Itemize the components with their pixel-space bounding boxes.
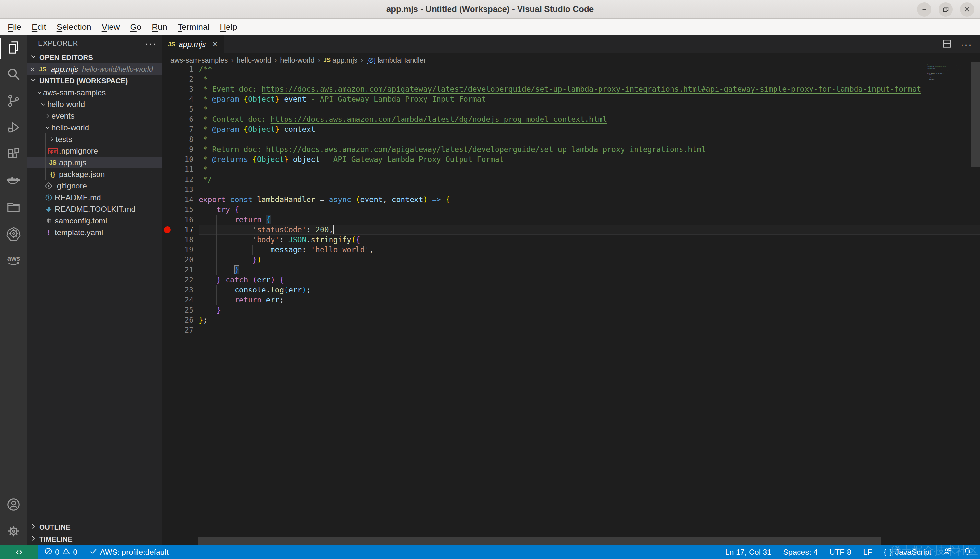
- line-number[interactable]: 14: [162, 195, 194, 205]
- line-number[interactable]: 15: [162, 205, 194, 215]
- line-number[interactable]: 11: [162, 165, 194, 175]
- line-number[interactable]: 24: [162, 295, 194, 305]
- close-editor-icon[interactable]: ×: [27, 64, 38, 74]
- breadcrumb-item-aws-sam-samples[interactable]: aws-sam-samples: [171, 56, 228, 64]
- activity-containers[interactable]: [0, 194, 27, 221]
- status-language[interactable]: { }JavaScript: [878, 545, 937, 559]
- breadcrumb-item-lambdahandler[interactable]: [∅]lambdaHandler: [366, 56, 426, 64]
- code-token: [199, 205, 217, 214]
- breadcrumb-item-hello-world[interactable]: hello-world: [237, 56, 271, 64]
- line-number[interactable]: 22: [162, 275, 194, 285]
- line-number[interactable]: 25: [162, 305, 194, 315]
- tree-file--npmignore[interactable]: npm.npmignore: [27, 145, 162, 157]
- outline-header[interactable]: OUTLINE: [27, 521, 162, 533]
- horizontal-scrollbar[interactable]: [198, 537, 881, 545]
- menu-go[interactable]: Go: [125, 21, 147, 33]
- line-number[interactable]: 16: [162, 215, 194, 225]
- split-editor-button[interactable]: [942, 38, 952, 50]
- menu-edit[interactable]: Edit: [27, 21, 51, 33]
- line-number[interactable]: 18: [162, 235, 194, 245]
- breadcrumb-item-hello-world[interactable]: hello-world: [280, 56, 314, 64]
- status-notifications[interactable]: [957, 545, 977, 559]
- tab-app-mjs[interactable]: JS app.mjs ×: [162, 35, 224, 53]
- code-token: const: [230, 195, 252, 204]
- tree-folder-events[interactable]: events: [27, 110, 162, 122]
- status-eol[interactable]: LF: [857, 545, 878, 559]
- minimize-button[interactable]: [917, 2, 931, 17]
- breadcrumb-label: app.mjs: [333, 56, 357, 64]
- line-number[interactable]: 7: [162, 124, 194, 134]
- activity-explorer[interactable]: [0, 35, 27, 61]
- minimap[interactable]: /** * * Event doc: https://docs.aws.amaz…: [927, 64, 971, 356]
- activity-kubernetes[interactable]: [0, 221, 27, 247]
- vertical-scrollbar[interactable]: [971, 62, 980, 167]
- menu-terminal[interactable]: Terminal: [172, 21, 214, 33]
- status-feedback[interactable]: [937, 545, 957, 559]
- line-number[interactable]: 27: [162, 325, 194, 335]
- line-number[interactable]: 3: [162, 84, 194, 94]
- line-number[interactable]: 19: [162, 245, 194, 255]
- tree-file-package-json[interactable]: {}package.json: [27, 169, 162, 180]
- status-bar: 00AWS: profile:default Ln 17, Col 31Spac…: [0, 545, 980, 559]
- tree-folder-tests[interactable]: tests: [27, 134, 162, 145]
- line-number[interactable]: 23: [162, 285, 194, 295]
- status-aws-profile[interactable]: AWS: profile:default: [83, 545, 174, 559]
- status-indentation[interactable]: Spaces: 4: [777, 545, 824, 559]
- open-editor-item[interactable]: ×JSapp.mjshello-world/hello-world: [27, 63, 162, 75]
- activity-docker[interactable]: [0, 168, 27, 194]
- line-number[interactable]: 20: [162, 255, 194, 265]
- title-bar[interactable]: app.mjs - Untitled (Workspace) - Visual …: [0, 0, 980, 19]
- tree-folder-hello-world[interactable]: hello-world: [27, 98, 162, 110]
- breadcrumb-item-app.mjs[interactable]: JSapp.mjs: [323, 56, 357, 64]
- activity-extensions[interactable]: [0, 141, 27, 168]
- code-text: * @param {Object} event - API Gateway La…: [199, 94, 486, 104]
- tree-folder-aws-sam-samples[interactable]: aws-sam-samples: [27, 87, 162, 98]
- line-number[interactable]: 8: [162, 134, 194, 144]
- menu-help[interactable]: Help: [214, 21, 242, 33]
- line-number[interactable]: 6: [162, 114, 194, 124]
- menu-selection[interactable]: Selection: [51, 21, 96, 33]
- line-number[interactable]: 5: [162, 104, 194, 114]
- tree-item-label: README.TOOLKIT.md: [55, 205, 136, 214]
- tree-file-template-yaml[interactable]: !template.yaml: [27, 227, 162, 238]
- tab-close-button[interactable]: ×: [212, 39, 217, 50]
- line-number[interactable]: 21: [162, 265, 194, 275]
- code-editor[interactable]: 1/**2 *3 * Event doc: https://docs.aws.a…: [162, 64, 980, 545]
- menu-view[interactable]: View: [96, 21, 125, 33]
- remote-indicator[interactable]: [0, 545, 38, 559]
- line-number[interactable]: 13: [162, 185, 194, 195]
- line-number[interactable]: 10: [162, 154, 194, 165]
- tree-folder-hello-world[interactable]: hello-world: [27, 122, 162, 134]
- restore-button[interactable]: [939, 2, 953, 17]
- menu-file[interactable]: File: [3, 21, 27, 33]
- menu-run[interactable]: Run: [146, 21, 172, 33]
- tree-file--gitignore[interactable]: .gitignore: [27, 180, 162, 192]
- activity-search[interactable]: [0, 61, 27, 88]
- code-text: } catch (err) {: [199, 275, 284, 285]
- line-number[interactable]: 9: [162, 144, 194, 154]
- activity-run-debug[interactable]: [0, 115, 27, 141]
- activity-settings[interactable]: [0, 519, 27, 545]
- line-number[interactable]: 26: [162, 315, 194, 325]
- tree-file-readme-md[interactable]: README.md: [27, 192, 162, 203]
- activity-account[interactable]: [0, 492, 27, 519]
- activity-aws[interactable]: aws: [0, 247, 27, 274]
- line-number[interactable]: 4: [162, 94, 194, 104]
- workspace-header[interactable]: UNTITLED (WORKSPACE): [27, 75, 162, 87]
- explorer-more-actions-button[interactable]: ···: [145, 38, 157, 49]
- code-token: catch: [226, 276, 248, 284]
- line-number[interactable]: 2: [162, 74, 194, 84]
- line-number[interactable]: 12: [162, 175, 194, 185]
- more-actions-button[interactable]: ···: [960, 39, 972, 50]
- status-problems[interactable]: 00: [38, 545, 83, 559]
- close-button[interactable]: [960, 2, 974, 17]
- open-editors-header[interactable]: OPEN EDITORS: [27, 52, 162, 63]
- line-number[interactable]: 1: [162, 64, 194, 74]
- tree-file-app-mjs[interactable]: JSapp.mjs: [27, 157, 162, 169]
- tree-file-samconfig-toml[interactable]: samconfig.toml: [27, 215, 162, 227]
- status-cursor-position[interactable]: Ln 17, Col 31: [720, 545, 778, 559]
- timeline-header[interactable]: TIMELINE: [27, 533, 162, 545]
- status-encoding[interactable]: UTF-8: [824, 545, 857, 559]
- tree-file-readme-toolkit-md[interactable]: README.TOOLKIT.md: [27, 203, 162, 215]
- activity-source-control[interactable]: [0, 88, 27, 115]
